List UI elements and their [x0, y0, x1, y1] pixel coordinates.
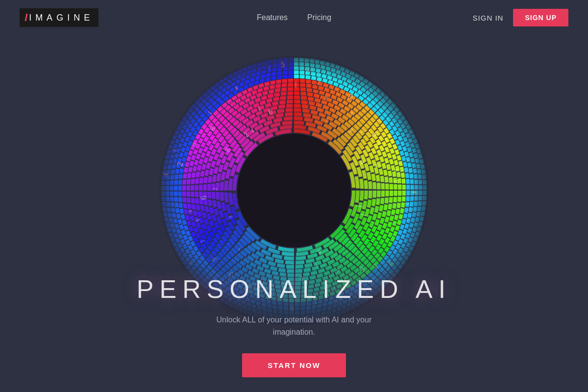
logo-text: IMAGINE [27, 13, 94, 23]
logo-box: I IMAGINE [20, 8, 98, 27]
nav-links: Features Pricing [257, 13, 331, 22]
nav-actions: SIGN IN SIGN UP [473, 9, 568, 26]
hero-subtitle: Unlock ALL of your potential with AI and… [137, 314, 451, 339]
hero-content: PERSONALIZED AI Unlock ALL of your poten… [137, 274, 451, 377]
navbar: I IMAGINE Features Pricing SIGN IN SIGN … [0, 0, 588, 35]
hero-section: Ring segments generated via JS below PER… [0, 0, 588, 392]
nav-link-features[interactable]: Features [257, 13, 288, 22]
nav-link-pricing[interactable]: Pricing [307, 13, 331, 22]
hero-subtitle-line1: Unlock ALL of your potential with AI and… [217, 316, 372, 324]
sign-up-button[interactable]: SIGN UP [513, 9, 568, 26]
sign-in-button[interactable]: SIGN IN [473, 14, 504, 22]
start-now-button[interactable]: START NOW [242, 353, 346, 377]
hero-title: PERSONALIZED AI [137, 274, 451, 304]
hero-subtitle-line2: imagination. [273, 328, 315, 336]
logo[interactable]: I IMAGINE [20, 8, 98, 27]
